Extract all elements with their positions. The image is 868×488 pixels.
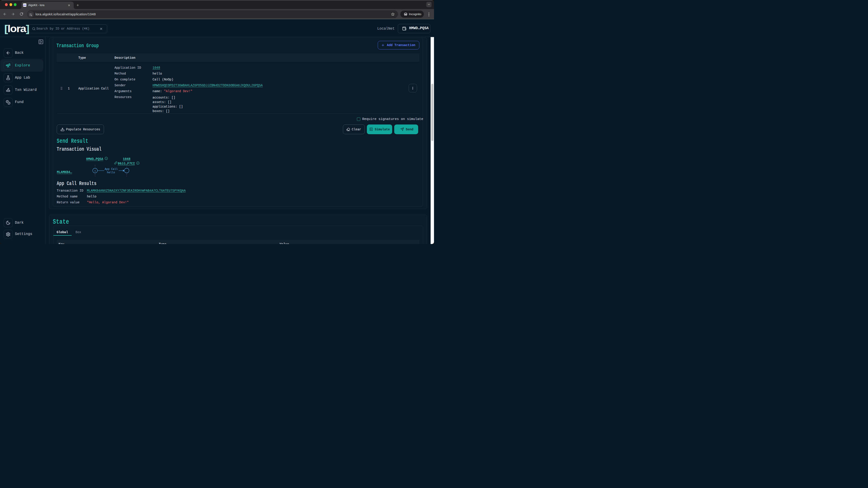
svg-text:1: 1 xyxy=(106,158,107,160)
svg-text:1: 1 xyxy=(94,169,96,172)
svg-text:2: 2 xyxy=(137,162,138,164)
